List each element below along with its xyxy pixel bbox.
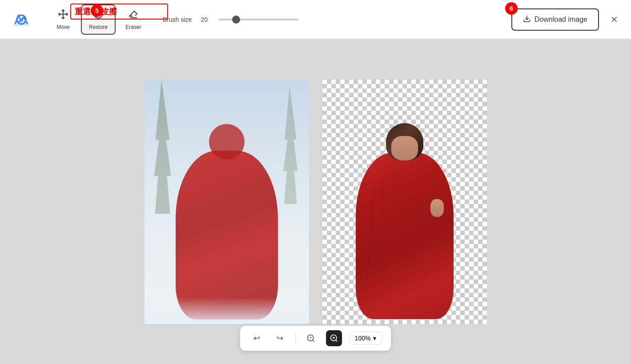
toolbar-divider-1 <box>295 333 296 344</box>
main-content: ↩ ↪ 100% ▾ <box>0 39 631 364</box>
brush-size-slider[interactable] <box>218 19 298 20</box>
original-image-panel <box>145 80 309 324</box>
close-icon: ✕ <box>611 14 618 25</box>
brush-section: Brush size 20 <box>163 16 298 23</box>
redo-icon: ↪ <box>277 333 283 343</box>
undo-icon: ↩ <box>253 333 260 343</box>
logo <box>9 7 34 32</box>
brush-slider-container <box>215 19 298 20</box>
svg-line-9 <box>335 340 337 342</box>
move-icon <box>58 9 68 22</box>
undo-button[interactable]: ↩ <box>249 330 265 346</box>
redo-button[interactable]: ↪ <box>272 330 288 346</box>
zoom-value: 100% <box>355 335 371 342</box>
bottom-toolbar: ↩ ↪ 100% ▾ <box>240 326 391 351</box>
brush-size-value: 20 <box>201 16 208 23</box>
step6-badge: 6 <box>505 2 518 15</box>
brush-size-label: Brush size <box>163 16 192 23</box>
eraser-label: Eraser <box>125 24 141 30</box>
download-label: Download image <box>535 16 587 24</box>
close-button[interactable]: ✕ <box>606 12 622 28</box>
chevron-down-icon: ▾ <box>373 335 376 342</box>
eraser-icon <box>128 9 139 22</box>
zoom-dropdown[interactable]: 100% ▾ <box>349 332 382 345</box>
download-image-button[interactable]: Download image <box>511 8 599 31</box>
result-image-panel <box>322 80 487 324</box>
download-icon <box>523 15 531 24</box>
zoom-in-button[interactable] <box>326 330 342 346</box>
move-tool-button[interactable]: Move <box>47 4 79 35</box>
svg-line-6 <box>312 340 314 342</box>
zoom-out-icon <box>306 334 315 343</box>
step5-badge: 5 <box>91 4 103 17</box>
eraser-tool-button[interactable]: Eraser <box>117 4 149 35</box>
zoom-out-button[interactable] <box>303 330 319 346</box>
restore-label: Restore <box>89 24 108 30</box>
move-label: Move <box>56 24 69 30</box>
zoom-in-icon <box>330 334 338 343</box>
